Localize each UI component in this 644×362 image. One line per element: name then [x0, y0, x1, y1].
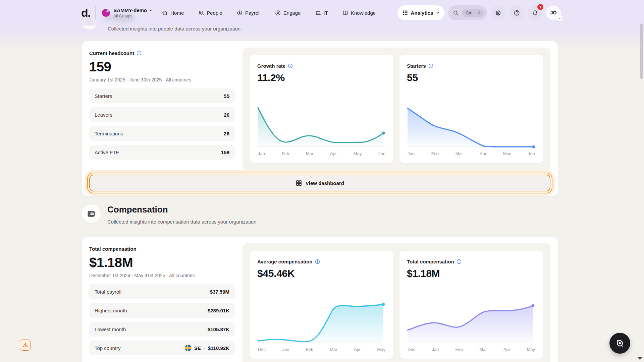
nav-divider: [95, 6, 96, 19]
stat-value: $105.87K: [208, 326, 229, 332]
nav-item-analytics[interactable]: Analytics: [397, 5, 445, 20]
stat-label: Top country: [95, 345, 121, 351]
average-compensation-title: Average compensation: [257, 259, 313, 264]
headcount-title: Current headcount: [89, 50, 134, 56]
user-avatar[interactable]: JO: [546, 5, 561, 20]
nav-item-label: Knowledge: [351, 10, 376, 16]
org-avatar: [102, 9, 110, 17]
average-compensation-card: Average compensation $45.46K: [250, 251, 393, 359]
nav-item-label: IT: [324, 10, 328, 16]
growth-rate-card: Growth rate 11.2% JanFebMar: [250, 55, 393, 163]
screen-capture-button[interactable]: [609, 333, 630, 354]
app-logo[interactable]: d.: [81, 7, 90, 18]
info-icon[interactable]: [315, 259, 320, 264]
org-name: SAMMY-demo: [113, 7, 147, 13]
compensation-description: Collected insights into compensation dat…: [107, 219, 256, 225]
x-axis-labels: DecJanFebMarAprMay: [407, 347, 536, 352]
primary-nav: Home People Payroll Engage IT Knowledge: [162, 10, 376, 16]
help-button[interactable]: [509, 5, 524, 20]
stat-row-highest-month: Highest month $289.01K: [89, 303, 235, 318]
info-icon[interactable]: [457, 259, 462, 264]
growth-rate-sparkline: JanFebMarAprMayJun: [257, 106, 386, 156]
stat-label: Terminations: [95, 131, 123, 136]
wallet-icon: [87, 209, 96, 219]
total-compensation-card: Total compensation $1.18M D: [399, 251, 543, 359]
growth-rate-value: 11.2%: [257, 72, 386, 83]
stat-label: Highest month: [95, 308, 127, 313]
org-subtitle: All Groups: [113, 14, 153, 18]
search-shortcut: Ctrl + K: [462, 9, 484, 17]
grid-apps-icon: [402, 10, 408, 16]
compensation-title: Compensation: [107, 204, 256, 215]
chevron-down-icon: [558, 17, 561, 20]
compensation-section-header: Compensation Collected insights into com…: [82, 204, 256, 225]
stat-value: 159: [221, 149, 229, 155]
bell-icon: [532, 9, 539, 16]
view-dashboard-label: View dashboard: [306, 180, 344, 186]
stat-label: Active FTE: [95, 149, 119, 155]
stat-row-total-payroll: Total payroll $37.59M: [89, 284, 235, 299]
analytics-label: Analytics: [411, 10, 433, 16]
stat-label: Total payroll: [95, 289, 121, 295]
scrollbar-down-arrow[interactable]: [638, 357, 642, 360]
nav-item-home[interactable]: Home: [162, 10, 184, 16]
info-icon[interactable]: [428, 63, 433, 68]
laptop-icon: [315, 10, 321, 16]
stat-value: 26: [224, 112, 229, 118]
engage-icon: [275, 10, 281, 16]
org-switcher[interactable]: SAMMY-demo All Groups: [102, 7, 153, 18]
stat-row-terminations: Terminations 26: [89, 126, 235, 141]
nav-item-label: Engage: [283, 10, 301, 16]
settings-button[interactable]: [491, 5, 505, 20]
compensation-summary: Total compensation $1.18M December 1st 2…: [89, 243, 235, 362]
stat-row-lowest-month: Lowest month $105.87K: [89, 322, 235, 337]
info-icon[interactable]: [288, 63, 293, 68]
total-compensation-chart-value: $1.18M: [407, 268, 536, 279]
stat-row-top-country: Top country SE · $110.92K: [89, 341, 235, 355]
nav-item-people[interactable]: People: [198, 10, 222, 16]
nav-item-label: People: [207, 10, 222, 16]
x-axis-labels: JanFebMarAprMayJun: [257, 151, 386, 156]
book-icon: [342, 10, 348, 16]
home-icon: [162, 10, 168, 16]
avatar-chevron: [557, 15, 562, 21]
compensation-charts-panel: Average compensation $45.46K: [243, 243, 550, 362]
average-compensation-sparkline: DecJanFebMarAprMay: [257, 301, 386, 352]
info-icon[interactable]: [137, 51, 142, 56]
search-button[interactable]: Ctrl + K: [448, 5, 487, 20]
stat-row-leavers: Leavers 26: [89, 107, 235, 122]
x-axis-labels: DecJanFebMarAprMay: [257, 347, 386, 352]
starters-title: Starters: [407, 63, 426, 69]
nav-item-knowledge[interactable]: Knowledge: [342, 10, 376, 16]
people-icon: [198, 10, 204, 16]
search-icon: [452, 10, 459, 16]
chevron-down-icon: [436, 11, 440, 15]
nav-item-it[interactable]: IT: [315, 10, 328, 16]
help-icon: [513, 9, 520, 16]
stat-value: $110.92K: [208, 345, 229, 351]
notification-badge: 1: [537, 4, 543, 10]
dollar-circle-icon: [236, 10, 243, 16]
people-charts-panel: Growth rate 11.2% JanFebMar: [243, 48, 550, 170]
x-axis-labels: JanFebMarAprMayJun: [407, 151, 536, 156]
lens-target-icon: [615, 338, 625, 348]
warning-button[interactable]: [20, 340, 31, 351]
view-dashboard-button[interactable]: View dashboard: [89, 175, 550, 191]
total-compensation-title: Total compensation: [89, 246, 137, 252]
sweden-flag-icon: [185, 345, 192, 351]
headcount-value: 159: [89, 59, 235, 74]
nav-item-payroll[interactable]: Payroll: [236, 10, 261, 16]
gear-icon: [495, 9, 502, 16]
stat-value: 55: [224, 93, 229, 99]
starters-sparkline: JanFebMarAprMayJun: [407, 106, 536, 156]
vertical-scrollbar-thumb[interactable]: [640, 23, 643, 79]
stat-value: $37.59M: [210, 289, 229, 295]
stat-label: Starters: [95, 93, 112, 99]
notifications-button[interactable]: 1: [528, 5, 542, 20]
stat-row-starters: Starters 55: [89, 88, 235, 103]
nav-item-engage[interactable]: Engage: [275, 10, 301, 16]
starters-card: Starters 55 JanFebMarAprMay: [399, 55, 543, 163]
headcount-period: January 1st 2025 - June 30th 2025 · All …: [89, 77, 235, 82]
starters-value: 55: [407, 72, 536, 83]
stat-value: 26: [224, 131, 229, 136]
